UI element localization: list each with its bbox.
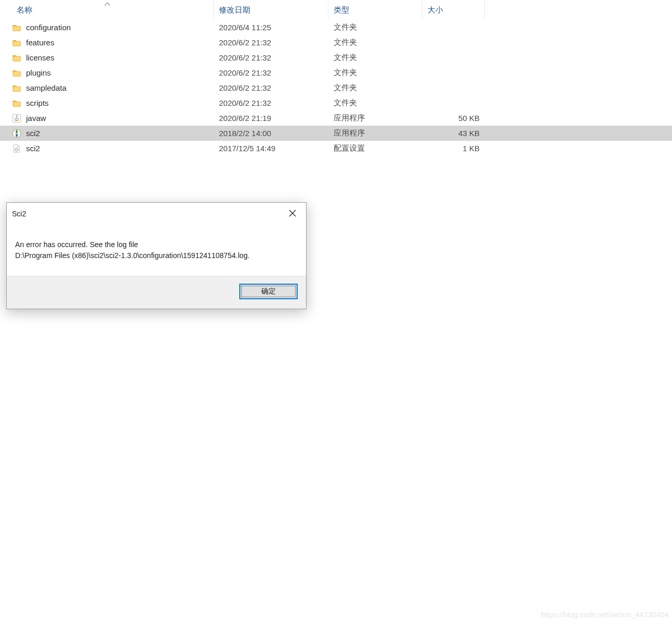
file-name-cell: licenses — [0, 53, 214, 63]
file-name-label: features — [26, 38, 54, 47]
folder-icon — [11, 83, 22, 93]
file-row[interactable]: licenses2020/6/2 21:32文件夹 — [0, 50, 672, 65]
file-type-cell: 文件夹 — [328, 83, 422, 93]
dialog-message-line1: An error has occurred. See the log file — [15, 239, 298, 250]
dialog-title: Sci2 — [12, 210, 26, 218]
java-icon — [11, 113, 22, 124]
file-name-label: sci2 — [26, 129, 40, 138]
file-type-cell: 配置设置 — [328, 143, 422, 153]
file-date-cell: 2020/6/2 21:32 — [214, 68, 328, 77]
file-name-label: licenses — [26, 53, 54, 62]
column-headers: 名称 修改日期 类型 大小 — [0, 0, 672, 20]
column-header-size-label: 大小 — [427, 5, 443, 15]
column-header-date-label: 修改日期 — [219, 5, 250, 15]
column-header-type-label: 类型 — [334, 5, 349, 15]
file-row[interactable]: plugins2020/6/2 21:32文件夹 — [0, 65, 672, 80]
file-size-cell: 50 KB — [422, 114, 485, 123]
file-name-label: sampledata — [26, 83, 67, 92]
file-name-cell: features — [0, 38, 214, 48]
file-type-cell: 应用程序 — [328, 128, 422, 138]
file-name-label: sci2 — [26, 144, 40, 153]
dialog-titlebar[interactable]: Sci2 — [7, 203, 306, 225]
file-name-cell: configuration — [0, 22, 214, 33]
dialog-body: An error has occurred. See the log file … — [7, 225, 306, 276]
file-list: 名称 修改日期 类型 大小 configuration2020/6/4 11:2… — [0, 0, 672, 156]
folder-icon — [11, 98, 22, 108]
file-date-cell: 2017/12/5 14:49 — [214, 144, 328, 153]
config-icon — [11, 143, 22, 154]
sort-ascending-icon — [104, 2, 111, 8]
watermark: https://blog.csdn.net/weixin_44730404 — [541, 611, 669, 619]
file-row[interactable]: scripts2020/6/2 21:32文件夹 — [0, 95, 672, 111]
file-name-cell: plugins — [0, 68, 214, 78]
file-size-cell: 43 KB — [422, 129, 485, 138]
column-header-date[interactable]: 修改日期 — [214, 0, 328, 20]
file-date-cell: 2020/6/2 21:32 — [214, 99, 328, 107]
file-date-cell: 2018/2/2 14:00 — [214, 129, 328, 138]
folder-icon — [11, 53, 22, 63]
file-date-cell: 2020/6/4 11:25 — [214, 23, 328, 32]
file-type-cell: 文件夹 — [328, 68, 422, 78]
file-type-cell: 应用程序 — [328, 113, 422, 123]
error-dialog: Sci2 An error has occurred. See the log … — [6, 202, 307, 309]
file-date-cell: 2020/6/2 21:32 — [214, 53, 328, 62]
column-header-name-label: 名称 — [17, 5, 32, 15]
file-name-cell: sci2 — [0, 128, 214, 139]
file-type-cell: 文件夹 — [328, 38, 422, 47]
file-name-label: configuration — [26, 23, 71, 32]
file-row[interactable]: sampledata2020/6/2 21:32文件夹 — [0, 80, 672, 95]
folder-icon — [11, 68, 22, 78]
app-icon — [11, 128, 22, 139]
file-date-cell: 2020/6/2 21:19 — [214, 114, 328, 123]
svg-point-2 — [16, 132, 18, 134]
file-row[interactable]: javaw2020/6/2 21:19应用程序50 KB — [0, 111, 672, 126]
file-type-cell: 文件夹 — [328, 53, 422, 63]
file-size-cell: 1 KB — [422, 144, 485, 153]
file-date-cell: 2020/6/2 21:32 — [214, 38, 328, 47]
file-name-cell: scripts — [0, 98, 214, 108]
file-type-cell: 文件夹 — [328, 98, 422, 108]
file-name-label: scripts — [26, 99, 48, 107]
file-type-cell: 文件夹 — [328, 22, 422, 32]
column-header-size[interactable]: 大小 — [422, 0, 485, 20]
file-name-cell: sci2 — [0, 143, 214, 154]
dialog-footer: 确定 — [7, 276, 306, 309]
close-button[interactable] — [279, 203, 306, 225]
file-row[interactable]: sci22018/2/2 14:00应用程序43 KB — [0, 126, 672, 141]
ok-button-label: 确定 — [261, 287, 276, 296]
file-name-cell: sampledata — [0, 83, 214, 93]
ok-button[interactable]: 确定 — [239, 284, 298, 299]
file-row[interactable]: sci22017/12/5 14:49配置设置1 KB — [0, 141, 672, 156]
file-row[interactable]: configuration2020/6/4 11:25文件夹 — [0, 20, 672, 35]
folder-icon — [11, 38, 22, 48]
column-header-name[interactable]: 名称 — [0, 0, 214, 20]
file-row[interactable]: features2020/6/2 21:32文件夹 — [0, 35, 672, 50]
folder-icon — [11, 22, 22, 33]
file-name-label: javaw — [26, 114, 46, 123]
dialog-message-line2: D:\Program Files (x86)\sci2\sci2-1.3.0\c… — [15, 250, 298, 261]
file-date-cell: 2020/6/2 21:32 — [214, 83, 328, 92]
file-rows: configuration2020/6/4 11:25文件夹 features2… — [0, 20, 672, 156]
column-header-type[interactable]: 类型 — [328, 0, 422, 20]
close-icon — [289, 210, 296, 218]
file-name-cell: javaw — [0, 113, 214, 124]
file-name-label: plugins — [26, 68, 51, 77]
